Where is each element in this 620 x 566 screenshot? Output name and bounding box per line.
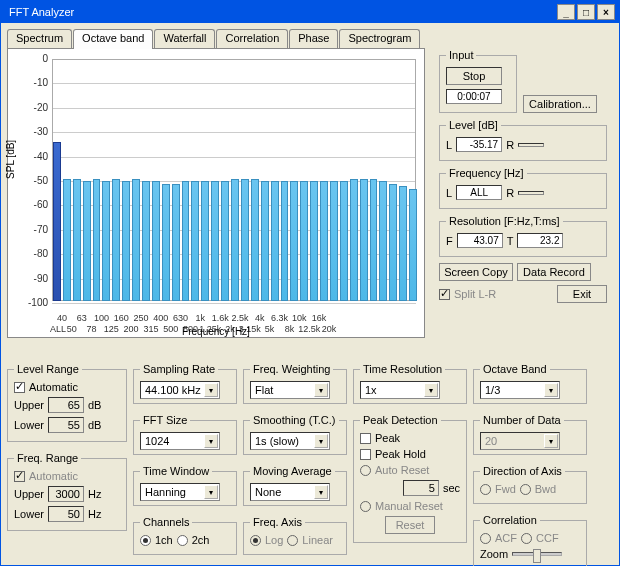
tab-octave-band[interactable]: Octave band	[73, 29, 153, 49]
octave-bar	[409, 189, 417, 301]
freq-axis-log-radio	[250, 535, 261, 546]
x-tick: 16k	[306, 313, 332, 323]
minimize-button[interactable]: _	[557, 4, 575, 20]
octave-bar	[340, 181, 348, 301]
chevron-down-icon: ▾	[544, 383, 558, 397]
split-lr-checkbox	[439, 289, 450, 300]
channels-2ch-radio[interactable]	[177, 535, 188, 546]
smoothing-select[interactable]: 1s (slow)▾	[250, 432, 330, 450]
x-tick: 20k	[316, 324, 342, 334]
calibration-button[interactable]: Calibration...	[523, 95, 597, 113]
fft-size-select[interactable]: 1024▾	[140, 432, 220, 450]
y-tick: -50	[8, 175, 48, 186]
octave-bar	[399, 186, 407, 301]
peak-checkbox[interactable]	[360, 433, 371, 444]
tab-spectrum[interactable]: Spectrum	[7, 29, 72, 49]
y-tick: -100	[8, 297, 48, 308]
octave-bar	[261, 181, 269, 301]
chevron-down-icon: ▾	[424, 383, 438, 397]
octave-bar	[290, 181, 298, 301]
freq-axis-linear-radio	[287, 535, 298, 546]
octave-bar	[132, 179, 140, 301]
y-tick: -30	[8, 126, 48, 137]
maximize-button[interactable]: □	[577, 4, 595, 20]
octave-bar	[310, 181, 318, 301]
freq-left-value: ALL	[456, 185, 502, 200]
channels-1ch-radio[interactable]	[140, 535, 151, 546]
tab-correlation[interactable]: Correlation	[216, 29, 288, 49]
octave-bar	[73, 179, 81, 301]
number-of-data-select: 20▾	[480, 432, 560, 450]
y-tick: -70	[8, 224, 48, 235]
resolution-legend: Resolution [F:Hz,T:ms]	[446, 215, 563, 227]
octave-bar	[241, 179, 249, 301]
y-tick: -90	[8, 273, 48, 284]
octave-bar	[281, 181, 289, 301]
exit-button[interactable]: Exit	[557, 285, 607, 303]
octave-bar	[53, 142, 61, 301]
octave-bar	[271, 181, 279, 301]
y-tick: -60	[8, 199, 48, 210]
octave-bar	[389, 184, 397, 301]
octave-band-select[interactable]: 1/3▾	[480, 381, 560, 399]
moving-average-select[interactable]: None▾	[250, 483, 330, 501]
octave-bar	[172, 184, 180, 301]
y-tick: 0	[8, 53, 48, 64]
octave-bar	[63, 179, 71, 301]
freq-weighting-select[interactable]: Flat▾	[250, 381, 330, 399]
auto-reset-radio	[360, 465, 371, 476]
octave-bar	[93, 179, 101, 301]
tab-spectrogram[interactable]: Spectrogram	[339, 29, 420, 49]
level-left-value: -35.17	[456, 137, 502, 152]
chevron-down-icon: ▾	[204, 485, 218, 499]
octave-bar	[112, 179, 120, 301]
time-window-select[interactable]: Hanning▾	[140, 483, 220, 501]
x-axis-label: Frequency [Hz]	[182, 326, 250, 337]
frequency-legend: Frequency [Hz]	[446, 167, 527, 179]
auto-reset-sec-input: 5	[403, 480, 439, 496]
tab-phase[interactable]: Phase	[289, 29, 338, 49]
chevron-down-icon: ▾	[314, 383, 328, 397]
peak-hold-checkbox[interactable]	[360, 449, 371, 460]
tab-waterfall[interactable]: Waterfall	[154, 29, 215, 49]
octave-bar	[320, 181, 328, 301]
chevron-down-icon: ▾	[314, 434, 328, 448]
stop-button[interactable]: Stop	[446, 67, 502, 85]
y-tick: -40	[8, 151, 48, 162]
octave-bar	[201, 181, 209, 301]
octave-bar	[221, 181, 229, 301]
resolution-f-value: 43.07	[457, 233, 503, 248]
screen-copy-button[interactable]: Screen Copy	[439, 263, 513, 281]
octave-bar	[142, 181, 150, 301]
acf-radio	[480, 533, 491, 544]
freq-right-value	[518, 191, 544, 195]
chevron-down-icon: ▾	[204, 434, 218, 448]
octave-bar	[182, 181, 190, 301]
level-auto-checkbox[interactable]	[14, 382, 25, 393]
octave-bar	[122, 181, 130, 301]
input-legend: Input	[446, 49, 476, 61]
y-tick: -80	[8, 248, 48, 259]
octave-bar	[162, 184, 170, 301]
level-lower-input: 55	[48, 417, 84, 433]
data-record-button[interactable]: Data Record	[517, 263, 591, 281]
time-resolution-select[interactable]: 1x▾	[360, 381, 440, 399]
elapsed-time: 0:00:07	[446, 89, 502, 104]
close-button[interactable]: ×	[597, 4, 615, 20]
zoom-slider	[512, 552, 562, 556]
octave-bar	[360, 179, 368, 301]
octave-bar	[330, 181, 338, 301]
octave-bar	[191, 181, 199, 301]
level-right-value	[518, 143, 544, 147]
octave-bar	[370, 179, 378, 301]
tab-bar: SpectrumOctave bandWaterfallCorrelationP…	[7, 29, 613, 49]
level-legend: Level [dB]	[446, 119, 501, 131]
octave-bar	[231, 179, 239, 301]
octave-bar	[379, 181, 387, 301]
octave-bar	[102, 181, 110, 301]
octave-bar	[83, 181, 91, 301]
sampling-rate-select[interactable]: 44.100 kHz▾	[140, 381, 220, 399]
resolution-t-value: 23.2	[517, 233, 563, 248]
octave-bar	[251, 179, 259, 301]
octave-bar	[211, 181, 219, 301]
